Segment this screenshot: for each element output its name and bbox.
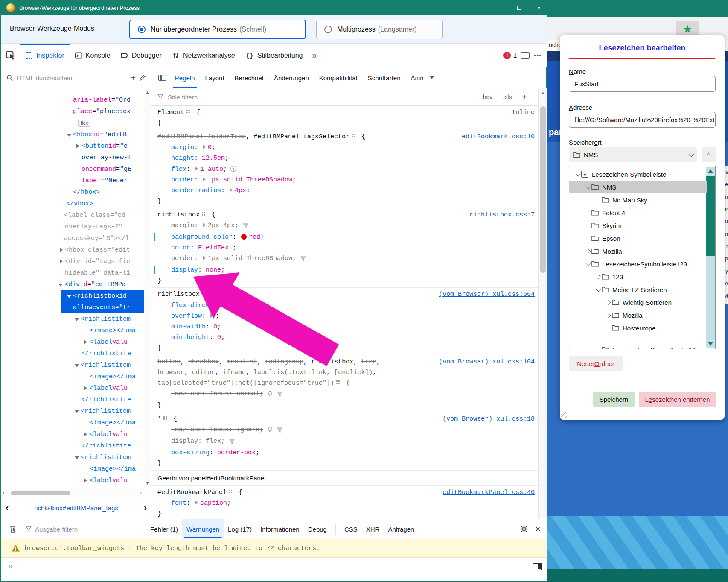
markup-node[interactable]: <div id="editBMPa xyxy=(1,279,144,290)
stylesheet-link[interactable]: (vom Browser) xul.css:664 xyxy=(439,289,535,300)
sidebar-tab-berechnet[interactable]: Berechnet xyxy=(230,68,269,88)
tree-item-wichtig-sortieren[interactable]: Wichtig-Sortieren xyxy=(569,296,707,309)
expand-twisty-icon[interactable] xyxy=(82,475,89,486)
expand-twisty-icon[interactable] xyxy=(75,140,82,152)
chevron-down-icon[interactable] xyxy=(575,171,581,176)
filtered-property-funnel-icon[interactable] xyxy=(277,389,282,400)
markup-node[interactable]: flex xyxy=(1,117,144,129)
collapse-twisty-icon[interactable] xyxy=(66,129,73,140)
style-filter-bar[interactable]: Stile filtern :hov .cls + xyxy=(151,88,547,106)
property-name[interactable]: margin xyxy=(171,144,194,151)
expand-value-icon[interactable] xyxy=(230,188,233,192)
scroll-right-icon[interactable]: › xyxy=(140,490,142,496)
rule-selector[interactable]: richlistbox.css:7richlistbox { xyxy=(151,210,547,220)
tree-item-lesezeichen-symbolleiste-12[interactable]: Lesezeichen-Symbolleiste 12 xyxy=(569,343,707,349)
property-name[interactable]: min-height xyxy=(171,334,210,341)
scroll-left-icon[interactable]: ‹ xyxy=(3,490,5,496)
search-input[interactable]: HTML durchsuchen xyxy=(17,74,127,82)
property-value[interactable]: none xyxy=(206,266,221,274)
chevron-down-icon[interactable] xyxy=(585,184,591,189)
markup-node[interactable]: <richlistitem xyxy=(1,406,144,417)
rule-selector[interactable]: InlineElement { xyxy=(151,107,547,118)
console-warning-row[interactable]: browser.ui.toolbar_widgets - The key len… xyxy=(1,539,547,558)
collapse-twisty-icon[interactable] xyxy=(74,360,81,371)
trash-icon[interactable] xyxy=(9,525,17,533)
markup-node[interactable]: aria-label="Ord xyxy=(1,94,144,106)
folder-tree-expander-button[interactable] xyxy=(702,147,716,162)
property-value[interactable]: 12.5em xyxy=(202,155,225,162)
expand-twisty-icon[interactable] xyxy=(58,244,65,256)
devtools-titlebar[interactable]: Browser-Werkzeuge für übergeordneten Pro… xyxy=(1,0,549,15)
sidebar-tab-schriftarten[interactable]: Schriftarten xyxy=(363,68,406,88)
property-value[interactable]: 1px solid ThreeDShadow xyxy=(208,176,292,184)
stylesheet-link[interactable]: editBookmarkPanel.css:40 xyxy=(443,487,535,498)
expand-twisty-icon[interactable] xyxy=(82,429,89,440)
scroll-down-icon[interactable]: ▼ xyxy=(145,480,150,485)
markup-node[interactable]: </hbox> xyxy=(1,187,144,198)
css-declaration[interactable]: flex-direction: column;ⓘ xyxy=(151,300,547,311)
breadcrumb-forward-icon[interactable]: › xyxy=(140,503,151,514)
property-value[interactable]: red xyxy=(249,234,260,241)
folder-select[interactable]: NMS xyxy=(569,147,697,162)
mode-option-parent-process[interactable]: Nur übergeordneter Prozess (Schnell) xyxy=(129,20,306,39)
property-value[interactable]: FieldText xyxy=(198,244,233,252)
name-field[interactable]: FuxStart xyxy=(569,76,716,92)
property-value[interactable]: caption xyxy=(200,500,227,507)
markup-node[interactable]: <label valu xyxy=(1,383,144,394)
property-value[interactable]: 0 xyxy=(208,144,212,151)
save-button[interactable]: Speichern xyxy=(593,392,635,407)
property-name[interactable]: border xyxy=(171,255,194,262)
property-name[interactable]: -moz-user-focus xyxy=(171,390,229,398)
console-input-row[interactable]: » xyxy=(1,558,547,581)
tree-item-lesezeichen-symbolleiste123[interactable]: Lesezeichen-Symbolleiste123 xyxy=(569,257,707,270)
markup-view[interactable]: aria-label="Ordplace="place:exflex<hbox … xyxy=(1,88,144,489)
property-value[interactable]: 1px solid ThreeDShadow xyxy=(208,255,292,262)
markup-node[interactable]: <label valu xyxy=(1,475,144,486)
sidebar-tab-änderungen[interactable]: Änderungen xyxy=(269,68,314,88)
collapse-twisty-icon[interactable] xyxy=(74,452,81,463)
markup-node[interactable]: hideable" data-l1 xyxy=(1,267,144,279)
filtered-property-funnel-icon[interactable] xyxy=(243,221,248,232)
markup-node[interactable]: </richlistite xyxy=(1,440,144,452)
expand-value-icon[interactable] xyxy=(203,145,206,149)
breadcrumb-item[interactable]: richlistbox#editBMPanel_tags xyxy=(13,504,139,512)
rule-selector[interactable]: editBookmark.css:10#editBMPanel_folderTr… xyxy=(151,132,547,142)
tree-item-mozilla[interactable]: Mozilla xyxy=(569,245,707,257)
property-value[interactable]: 4px xyxy=(235,187,246,194)
property-name[interactable]: -moz-user-focus xyxy=(171,426,229,433)
more-tabs-button[interactable]: » xyxy=(308,44,320,67)
property-name[interactable]: background-color xyxy=(171,234,233,241)
rule-selector[interactable]: tab[selected="true"]:not([ignorefocus="t… xyxy=(151,378,547,389)
tree-item-meine-lz-sortieren[interactable]: Meine LZ Sortieren xyxy=(569,283,707,296)
markup-node[interactable]: overlay-tags-2" xyxy=(1,221,144,233)
tree-item-nms[interactable]: NMS xyxy=(569,181,707,193)
info-icon[interactable]: ⓘ xyxy=(263,301,269,308)
collapse-twisty-icon[interactable] xyxy=(66,290,73,302)
flexbox-highlighter-icon[interactable] xyxy=(201,212,206,216)
property-name[interactable]: overflow xyxy=(171,313,202,320)
flexbox-highlighter-icon[interactable] xyxy=(163,416,168,421)
markup-node[interactable]: <div id="tags-fie xyxy=(1,256,144,267)
sidebar-tab-kompatibilität[interactable]: Kompatibilität xyxy=(314,68,363,88)
property-name[interactable]: border-radius xyxy=(171,187,221,194)
scrollbar-thumb[interactable] xyxy=(11,491,70,495)
console-filter-css[interactable]: CSS xyxy=(340,519,362,539)
css-declaration[interactable]: border: 1px solid ThreeDShadow; xyxy=(151,175,547,185)
property-name[interactable]: min-width xyxy=(171,323,206,330)
html-search-bar[interactable]: HTML durchsuchen + xyxy=(1,67,151,88)
scroll-down-icon[interactable] xyxy=(708,342,713,346)
chevron-down-icon[interactable] xyxy=(596,286,601,292)
property-name[interactable]: display xyxy=(171,266,198,274)
info-icon[interactable]: ⓘ xyxy=(230,165,236,172)
property-value[interactable]: flex xyxy=(206,438,221,445)
chevron-right-icon[interactable] xyxy=(585,249,591,254)
property-name[interactable]: flex xyxy=(171,166,186,173)
expand-twisty-icon[interactable] xyxy=(82,336,89,348)
css-declaration[interactable]: border-radius: 4px; xyxy=(151,185,547,196)
property-value[interactable]: border-box xyxy=(217,449,256,456)
gear-icon[interactable] xyxy=(520,525,528,533)
property-name[interactable]: display xyxy=(171,438,198,445)
pseudo-class-toggle[interactable]: :hov xyxy=(481,94,492,100)
console-filter-fehler-1-[interactable]: Fehler (1) xyxy=(146,519,182,539)
expand-twisty-icon[interactable] xyxy=(58,256,65,267)
